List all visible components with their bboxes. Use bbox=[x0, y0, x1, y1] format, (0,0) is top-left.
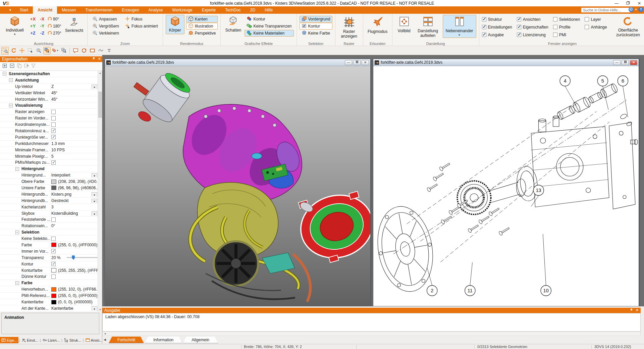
balloon-callout-4[interactable]: 4 bbox=[560, 76, 570, 86]
property-row-pmi-referenz-[interactable]: PMI-Referenz...(255, 0, 0), (#FF0000) bbox=[0, 293, 98, 299]
color-swatch[interactable] bbox=[51, 268, 56, 272]
property-row-rotationskreuz-a-[interactable]: Rotationskreuz a... bbox=[0, 128, 98, 134]
window-checkbox-pmi[interactable]: PMI bbox=[553, 32, 580, 38]
close-icon[interactable]: ✕ bbox=[636, 1, 643, 6]
panel-close-icon[interactable]: ✕ bbox=[98, 57, 101, 61]
balloon-callout-10[interactable]: 10 bbox=[541, 286, 551, 296]
property-row-kantenfarbe[interactable]: Kantenfarbe(0, 0, 0), (#000000) bbox=[0, 299, 98, 305]
rotate-270-button[interactable]: 270° bbox=[47, 31, 62, 36]
property-category-ausrichtung[interactable]: −Ausrichtung bbox=[0, 77, 98, 84]
fokus-button[interactable]: Fokus bbox=[123, 16, 160, 22]
kanten-button[interactable]: Kanten bbox=[186, 16, 218, 22]
property-checkbox[interactable] bbox=[51, 110, 56, 114]
panel-tab-eige[interactable]: Eige... bbox=[0, 337, 18, 343]
help-icon[interactable]: ? bbox=[638, 7, 643, 12]
color-swatch[interactable] bbox=[51, 180, 56, 184]
collapse-icon[interactable]: − bbox=[15, 281, 19, 285]
anpassen-button[interactable]: Anpassen bbox=[90, 16, 121, 22]
select-hidden-icon[interactable] bbox=[60, 47, 67, 54]
property-checkbox[interactable] bbox=[51, 217, 56, 222]
output-tab-information[interactable]: Information bbox=[145, 337, 182, 343]
schatten-button[interactable]: Schatten bbox=[223, 15, 243, 34]
property-row-hintergrund-[interactable]: Hintergrund...Interpoliert▼ bbox=[0, 172, 98, 179]
color-swatch[interactable] bbox=[51, 186, 56, 190]
property-checkbox[interactable] bbox=[51, 262, 56, 266]
menu-tab-werkzeuge[interactable]: Werkzeuge bbox=[167, 6, 197, 14]
window-checkbox-struktur[interactable]: Struktur bbox=[482, 16, 512, 22]
properties-scrollbar[interactable]: ▲ ▼ bbox=[98, 71, 102, 312]
property-category-szeneneigenschaften[interactable]: −Szeneneigenschaften bbox=[0, 71, 98, 77]
viewport-restore-icon[interactable] bbox=[622, 60, 629, 65]
window-checkbox-lizenzierung[interactable]: Lizenzierung bbox=[517, 32, 548, 38]
menu-tab-techdoc[interactable]: TechDoc bbox=[220, 6, 246, 14]
property-checkbox[interactable] bbox=[51, 129, 56, 133]
select-paint-icon[interactable] bbox=[43, 47, 51, 54]
zoom-icon[interactable] bbox=[35, 47, 42, 54]
markup-rectangle-icon[interactable] bbox=[89, 47, 96, 54]
property-row-minimale-pixelgr-[interactable]: Minimale Pixelgr...5 bbox=[0, 153, 98, 160]
property-row-transparenz[interactable]: Transparenz20 % bbox=[0, 255, 98, 261]
output-tabs-nav-icon[interactable]: ◀ bbox=[102, 337, 108, 341]
dropdown-icon[interactable]: ▼ bbox=[92, 173, 97, 178]
kontur-selektion-button[interactable]: Kontur bbox=[300, 23, 332, 30]
select-rectangle-icon[interactable] bbox=[26, 47, 34, 54]
menu-tab-transformieren[interactable]: Transformieren bbox=[80, 6, 117, 14]
window-checkbox-eigenschaften[interactable]: Eigenschaften bbox=[517, 24, 548, 30]
property-row-pmis-markups-zu-[interactable]: PMIs/Markups zu... bbox=[0, 159, 98, 166]
viewport-left-titlebar[interactable]: vs forklifter-axle.catia.GeN.2019.3dvs —… bbox=[105, 59, 370, 66]
axis-plusminus-z-button[interactable]: +Z bbox=[29, 30, 37, 36]
file-menu-caret-icon[interactable]: ▼ bbox=[0, 6, 15, 14]
menu-tab-ansicht[interactable]: Ansicht bbox=[33, 6, 57, 14]
koerper-button[interactable]: Körper bbox=[166, 15, 184, 34]
online-help-search-input[interactable] bbox=[581, 7, 631, 13]
color-swatch[interactable] bbox=[51, 287, 56, 292]
property-row-up-vektor[interactable]: Up-VektorZ▼ bbox=[0, 84, 98, 90]
property-row-raster-im-vorder-[interactable]: Raster im Vorder... bbox=[0, 115, 98, 121]
property-checkbox[interactable] bbox=[51, 275, 56, 279]
viewport-minimize-icon[interactable]: — bbox=[613, 60, 621, 65]
property-row-art-der-kante-[interactable]: Art der Kante...Kantenfarbe▼ bbox=[0, 305, 98, 312]
raster-anzeigen-button[interactable]: Raster anzeigen bbox=[338, 15, 360, 40]
property-row-kachelanzahl[interactable]: Kachelanzahl3 bbox=[0, 204, 98, 210]
axis-plusminus-y-button[interactable]: +Y bbox=[29, 23, 37, 29]
zoom-rectangle-icon[interactable] bbox=[1, 47, 9, 54]
rotate-180-button[interactable]: 180° bbox=[47, 23, 62, 29]
perspektive-button[interactable]: Perspektive bbox=[186, 30, 218, 37]
property-row-vertikaler-winkel[interactable]: Vertikaler Winkel45° bbox=[0, 90, 98, 96]
panel-tab-einst[interactable]: Einst... bbox=[20, 337, 40, 343]
vollbild-button[interactable]: Vollbild bbox=[395, 15, 413, 35]
property-category-farbe[interactable]: −Farbe bbox=[0, 280, 98, 286]
collapse-icon[interactable]: − bbox=[9, 78, 13, 82]
axis-plusminus-x-button[interactable]: +X bbox=[29, 16, 37, 22]
panel-tab-struk[interactable]: Struk... bbox=[63, 337, 83, 343]
viewport-left-3d-scene[interactable] bbox=[105, 66, 370, 306]
color-swatch[interactable] bbox=[51, 300, 56, 304]
panel-close-icon[interactable]: ✕ bbox=[636, 308, 639, 312]
viewport-right-2d-drawing[interactable]: 4561321110 bbox=[373, 66, 639, 306]
property-row-keine-selektio-[interactable]: Keine Selektio... bbox=[0, 236, 98, 242]
menu-tab-2d[interactable]: 2D bbox=[246, 6, 260, 14]
verkleinern-button[interactable]: Verkleinern bbox=[90, 30, 121, 37]
property-row-hervorhebun-[interactable]: Hervorhebun...(255, 102, 0), (#FF66... bbox=[0, 286, 98, 293]
vergroessern-button[interactable]: Vergrößern bbox=[90, 23, 121, 30]
balloon-callout-5[interactable]: 5 bbox=[597, 76, 608, 86]
collapse-icon[interactable]: − bbox=[15, 167, 19, 171]
window-checkbox-layer[interactable]: Layer bbox=[585, 16, 607, 22]
property-checkbox[interactable] bbox=[51, 160, 56, 165]
viewport-close-icon[interactable]: ✕ bbox=[362, 60, 369, 65]
property-category-hintergrund[interactable]: −Hintergrund bbox=[0, 166, 98, 172]
dropdown-icon[interactable]: ▼ bbox=[92, 306, 97, 311]
property-row-dünne-kontur[interactable]: Dünne Kontur bbox=[0, 274, 98, 280]
property-row-punktdurchmesser[interactable]: Punktdurchmesser1.3 mm bbox=[0, 141, 98, 147]
dropdown-icon[interactable]: ▼ bbox=[92, 192, 97, 197]
dropdown-icon[interactable]: ▼ bbox=[92, 85, 97, 89]
dropdown-icon[interactable]: ▼ bbox=[92, 199, 97, 203]
property-row-feststehende-[interactable]: Feststehende ... bbox=[0, 216, 98, 223]
menu-tab-experte[interactable]: Experte bbox=[197, 6, 220, 14]
keine-transparenzen-button[interactable]: Keine Transparenzen bbox=[245, 23, 293, 30]
illustration-button[interactable]: Illustration bbox=[186, 23, 218, 30]
filter-icon[interactable] bbox=[31, 63, 36, 69]
menu-tab-messen[interactable]: Messen bbox=[57, 6, 80, 14]
oberflaeche-zuruecksetzen-button[interactable]: Oberfläche zurücksetzen bbox=[613, 15, 643, 39]
viewport-minimize-icon[interactable]: — bbox=[345, 60, 352, 65]
